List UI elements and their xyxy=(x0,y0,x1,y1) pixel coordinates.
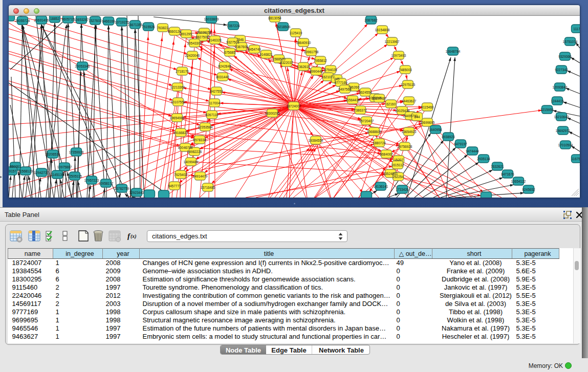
svg-text:252254: 252254 xyxy=(393,175,404,179)
svg-text:18300295: 18300295 xyxy=(265,112,280,115)
svg-text:10025438: 10025438 xyxy=(395,109,410,113)
svg-text:1362615: 1362615 xyxy=(297,65,310,69)
svg-text:1880724: 1880724 xyxy=(373,141,386,145)
svg-text:3624554: 3624554 xyxy=(359,91,372,94)
svg-text:10543302: 10543302 xyxy=(187,41,202,45)
svg-text:20053346: 20053346 xyxy=(75,64,90,68)
svg-text:9115460: 9115460 xyxy=(421,105,434,109)
svg-text:(x): (x) xyxy=(130,233,137,239)
svg-text:14463627: 14463627 xyxy=(402,99,417,103)
svg-text:19218506: 19218506 xyxy=(276,25,291,29)
svg-text:2718170: 2718170 xyxy=(176,70,189,73)
svg-text:8471676: 8471676 xyxy=(501,172,514,176)
svg-text:16782759: 16782759 xyxy=(115,187,129,190)
svg-text:8813054: 8813054 xyxy=(268,16,281,20)
svg-text:10719155: 10719155 xyxy=(115,20,129,24)
svg-text:10107552: 10107552 xyxy=(171,100,186,104)
svg-text:9327501: 9327501 xyxy=(226,40,239,44)
svg-text:6466160: 6466160 xyxy=(102,19,115,23)
svg-text:8938923: 8938923 xyxy=(442,135,455,139)
svg-text:1640954: 1640954 xyxy=(429,128,442,132)
svg-text:6794028: 6794028 xyxy=(324,68,337,72)
svg-text:10961758: 10961758 xyxy=(304,50,319,54)
svg-text:9227342: 9227342 xyxy=(555,68,568,72)
svg-text:15716485: 15716485 xyxy=(201,186,215,189)
svg-text:22420046: 22420046 xyxy=(185,54,200,57)
svg-text:9457771: 9457771 xyxy=(168,184,181,188)
svg-text:9827509: 9827509 xyxy=(195,35,209,39)
svg-text:8660124: 8660124 xyxy=(168,30,181,33)
svg-text:8322037: 8322037 xyxy=(280,61,293,64)
svg-text:891295: 891295 xyxy=(181,32,192,36)
svg-text:15692971: 15692971 xyxy=(556,129,571,133)
svg-text:1588520: 1588520 xyxy=(272,57,286,61)
svg-text:8427552: 8427552 xyxy=(210,90,223,93)
svg-text:10654122: 10654122 xyxy=(511,180,526,183)
svg-text:10958177: 10958177 xyxy=(99,182,114,185)
svg-text:7515526: 7515526 xyxy=(142,25,155,29)
svg-text:844: 844 xyxy=(415,115,420,119)
svg-text:19166827: 19166827 xyxy=(173,131,188,135)
svg-text:23226058: 23226058 xyxy=(197,31,212,34)
svg-text:1621072: 1621072 xyxy=(321,75,335,79)
svg-text:12942737: 12942737 xyxy=(34,171,49,174)
svg-text:10807487: 10807487 xyxy=(372,97,387,100)
svg-text:12213369: 12213369 xyxy=(170,85,185,89)
svg-text:20691406: 20691406 xyxy=(34,18,49,22)
svg-text:10653287: 10653287 xyxy=(74,18,89,21)
svg-text:2087682: 2087682 xyxy=(364,18,378,22)
svg-text:9474444: 9474444 xyxy=(466,149,479,153)
svg-text:15720407: 15720407 xyxy=(359,119,374,123)
svg-text:10688609: 10688609 xyxy=(367,130,382,134)
svg-text:18640910: 18640910 xyxy=(296,41,311,45)
svg-text:9245652: 9245652 xyxy=(522,188,535,191)
svg-text:16648784: 16648784 xyxy=(446,50,461,53)
svg-text:245: 245 xyxy=(334,77,340,81)
svg-text:62160: 62160 xyxy=(386,102,396,106)
svg-text:7357224: 7357224 xyxy=(227,24,240,28)
svg-text:17359928: 17359928 xyxy=(69,150,84,154)
svg-text:8454749: 8454749 xyxy=(248,48,261,51)
svg-text:1244415: 1244415 xyxy=(551,99,564,103)
svg-text:15207: 15207 xyxy=(394,158,403,162)
svg-text:7955812: 7955812 xyxy=(314,59,327,62)
svg-text:18724007: 18724007 xyxy=(287,104,301,108)
svg-text:3684067: 3684067 xyxy=(380,152,393,156)
svg-text:29756928: 29756928 xyxy=(398,145,412,148)
svg-text:16154808: 16154808 xyxy=(375,28,390,32)
svg-text:2935134: 2935134 xyxy=(477,157,490,161)
svg-text:21564436: 21564436 xyxy=(345,98,360,102)
svg-text:1125419: 1125419 xyxy=(290,31,302,35)
svg-text:17957223: 17957223 xyxy=(84,179,99,182)
svg-text:7625402: 7625402 xyxy=(174,173,187,177)
svg-text:14136141: 14136141 xyxy=(374,185,388,188)
svg-text:117004: 117004 xyxy=(209,101,220,105)
svg-text:14914479: 14914479 xyxy=(193,174,208,178)
svg-text:763822: 763822 xyxy=(157,26,168,30)
svg-text:10046788: 10046788 xyxy=(178,146,193,149)
svg-text:675685: 675685 xyxy=(224,51,235,54)
svg-text:10973493: 10973493 xyxy=(391,54,406,57)
svg-text:14099489: 14099489 xyxy=(184,160,199,164)
svg-text:18852: 18852 xyxy=(50,17,59,20)
svg-text:8146328: 8146328 xyxy=(208,38,222,42)
svg-text:39157: 39157 xyxy=(9,169,16,173)
svg-text:16033809: 16033809 xyxy=(204,17,219,21)
svg-text:7485003: 7485003 xyxy=(399,68,412,72)
svg-text:12093843: 12093843 xyxy=(553,85,568,89)
svg-text:8578334: 8578334 xyxy=(193,138,206,142)
svg-text:1117: 1117 xyxy=(573,27,580,31)
svg-text:9605715: 9605715 xyxy=(61,17,75,21)
svg-text:17010504: 17010504 xyxy=(558,143,573,147)
svg-text:16671355: 16671355 xyxy=(128,23,143,27)
svg-text:10975887: 10975887 xyxy=(57,165,72,169)
svg-text:7386372: 7386372 xyxy=(354,108,367,112)
svg-text:1145139: 1145139 xyxy=(51,173,64,177)
svg-text:3215955: 3215955 xyxy=(540,108,554,112)
svg-text:11568129: 11568129 xyxy=(18,169,33,173)
svg-text:15751074: 15751074 xyxy=(563,40,578,43)
svg-text:24055724: 24055724 xyxy=(15,19,30,23)
svg-text:1733426: 1733426 xyxy=(396,188,409,191)
svg-text:12213967: 12213967 xyxy=(385,40,400,43)
svg-text:16210643: 16210643 xyxy=(554,115,569,119)
